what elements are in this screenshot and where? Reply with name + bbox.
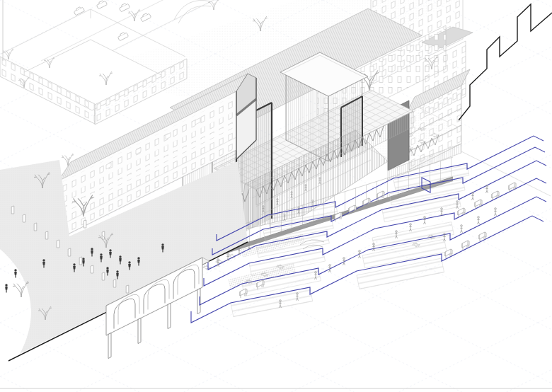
stone: [34, 223, 37, 231]
axonometric-drawing-svg: Axonometric cutaway drawing of a long ma…: [0, 0, 552, 392]
stone: [91, 265, 93, 273]
stone: [84, 220, 86, 228]
stone: [23, 214, 25, 222]
stone: [102, 272, 105, 280]
architectural-drawing: Axonometric cutaway drawing of a long ma…: [0, 0, 552, 392]
stone: [11, 206, 14, 214]
stone: [57, 240, 59, 248]
stone: [126, 285, 129, 293]
stone: [68, 248, 71, 256]
stone: [79, 257, 82, 265]
stone: [45, 231, 48, 239]
stone: [113, 279, 116, 287]
